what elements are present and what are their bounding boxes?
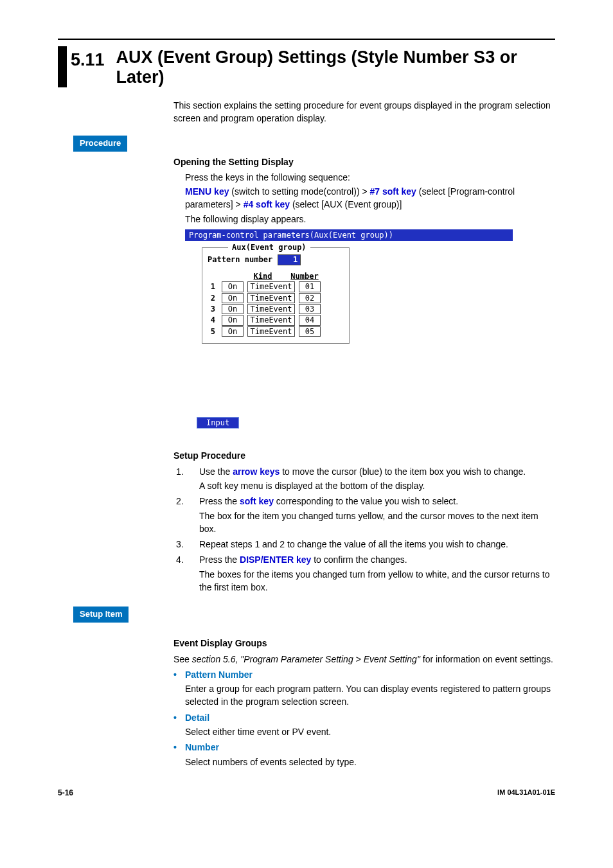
row-index: 2 <box>208 294 218 303</box>
row-onoff[interactable]: On <box>222 315 244 325</box>
page-footer: 5-16 IM 04L31A01-01E <box>0 788 613 799</box>
opening-heading: Opening the Setting Display <box>173 155 555 168</box>
row-kind[interactable]: TimeEvent <box>247 304 295 314</box>
row-number[interactable]: 05 <box>299 326 321 337</box>
bullet-title: Pattern Number <box>185 668 253 681</box>
page-number: 5-16 <box>58 788 73 799</box>
bullet-dot-icon: • <box>173 711 185 724</box>
row-kind[interactable]: TimeEvent <box>247 326 295 337</box>
soft4-term: #4 soft key <box>244 199 290 209</box>
col-number: Number <box>289 272 321 281</box>
softkey-input[interactable]: Input <box>197 417 239 429</box>
aux-group-title: Aux(Event group) <box>228 243 310 252</box>
event-row: 2OnTimeEvent02 <box>208 293 344 303</box>
pattern-number-value[interactable]: 1 <box>278 254 301 265</box>
setting-display-screenshot: Program-control parameters(Aux(Event gro… <box>185 229 513 434</box>
pattern-number-label: Pattern number <box>208 255 272 264</box>
aux-group-panel: Aux(Event group) Pattern number 1 Kind N… <box>202 247 350 344</box>
row-index: 1 <box>208 282 218 291</box>
row-onoff[interactable]: On <box>222 304 244 314</box>
event-row: 4OnTimeEvent04 <box>208 315 344 325</box>
top-rule <box>58 39 555 40</box>
row-number[interactable]: 01 <box>299 281 321 292</box>
row-number[interactable]: 04 <box>299 315 321 325</box>
doc-id: IM 04L31A01-01E <box>497 788 555 799</box>
bullet-dot-icon: • <box>173 741 185 754</box>
row-number[interactable]: 02 <box>299 293 321 303</box>
row-index: 4 <box>208 315 218 324</box>
col-kind: Kind <box>237 272 289 281</box>
event-groups-see: See section 5.6, "Program Parameter Sett… <box>173 653 555 666</box>
procedure-tag: Procedure <box>73 136 127 152</box>
row-onoff[interactable]: On <box>222 281 244 292</box>
event-row: 3OnTimeEvent03 <box>208 304 344 314</box>
row-index: 5 <box>208 327 218 336</box>
section-header: 5.11 AUX (Event Group) Settings (Style N… <box>58 46 555 87</box>
step-text: Press the soft key corresponding to the … <box>199 495 555 535</box>
bullet-title: Detail <box>185 711 209 724</box>
key-term: DISP/ENTER key <box>240 554 311 565</box>
setup-procedure-heading: Setup Procedure <box>173 449 555 462</box>
see-pre: See <box>173 654 192 664</box>
section-title: AUX (Event Group) Settings (Style Number… <box>116 46 555 87</box>
event-groups-heading: Event Display Groups <box>173 637 555 650</box>
row-kind[interactable]: TimeEvent <box>247 293 295 303</box>
bullet-item: •Detail <box>173 711 555 724</box>
bullet-desc: Enter a group for each program pattern. … <box>185 682 555 709</box>
following-text: The following display appears. <box>185 213 555 226</box>
setup-procedure-list: 1.Use the arrow keys to move the cursor … <box>176 465 555 594</box>
section-number: 5.11 <box>71 46 116 87</box>
bullet-desc: Select either time event or PV event. <box>185 725 555 738</box>
bullet-desc: Select numbers of events selected by typ… <box>185 756 555 768</box>
step-number: 1. <box>176 465 199 493</box>
row-onoff[interactable]: On <box>222 326 244 337</box>
soft7-term: #7 soft key <box>370 186 416 197</box>
procedure-step: 4.Press the DISP/ENTER key to confirm th… <box>176 553 555 594</box>
event-row: 1OnTimeEvent01 <box>208 281 344 292</box>
setup-item-tag: Setup Item <box>73 607 129 623</box>
bullet-item: •Pattern Number <box>173 668 555 681</box>
row-onoff[interactable]: On <box>222 293 244 303</box>
procedure-step: 3.Repeat steps 1 and 2 to change the val… <box>176 538 555 551</box>
press-text: Press the keys in the following sequence… <box>185 171 555 184</box>
see-post: for information on event settings. <box>420 654 553 664</box>
procedure-step: 2.Press the soft key corresponding to th… <box>176 495 555 535</box>
menu-key-term: MENU key <box>185 186 229 197</box>
step-number: 3. <box>176 538 199 551</box>
see-italic: section 5.6, "Program Parameter Setting … <box>192 654 420 664</box>
row-kind[interactable]: TimeEvent <box>247 281 295 292</box>
bullet-title: Number <box>185 741 219 754</box>
event-group-items: •Pattern NumberEnter a group for each pr… <box>173 668 555 768</box>
seq-t1: (switch to setting mode(control)) > <box>229 186 369 197</box>
header-bar <box>58 46 67 87</box>
row-number[interactable]: 03 <box>299 304 321 314</box>
seq-t3: (select [AUX (Event group)] <box>290 199 402 209</box>
intro-paragraph: This section explains the setting proced… <box>173 99 555 125</box>
screen-titlebar: Program-control parameters(Aux(Event gro… <box>185 229 513 241</box>
bullet-dot-icon: • <box>173 668 185 681</box>
procedure-step: 1.Use the arrow keys to move the cursor … <box>176 465 555 493</box>
event-row: 5OnTimeEvent05 <box>208 326 344 337</box>
key-term: arrow keys <box>233 466 280 477</box>
row-kind[interactable]: TimeEvent <box>247 315 295 325</box>
step-text: Repeat steps 1 and 2 to change the value… <box>199 538 555 551</box>
step-text: Press the DISP/ENTER key to confirm the … <box>199 553 555 594</box>
key-term: soft key <box>240 496 274 506</box>
step-number: 2. <box>176 495 199 535</box>
key-sequence: MENU key (switch to setting mode(control… <box>185 185 555 211</box>
bullet-item: •Number <box>173 741 555 754</box>
step-number: 4. <box>176 553 199 594</box>
row-index: 3 <box>208 305 218 314</box>
step-text: Use the arrow keys to move the cursor (b… <box>199 465 555 493</box>
